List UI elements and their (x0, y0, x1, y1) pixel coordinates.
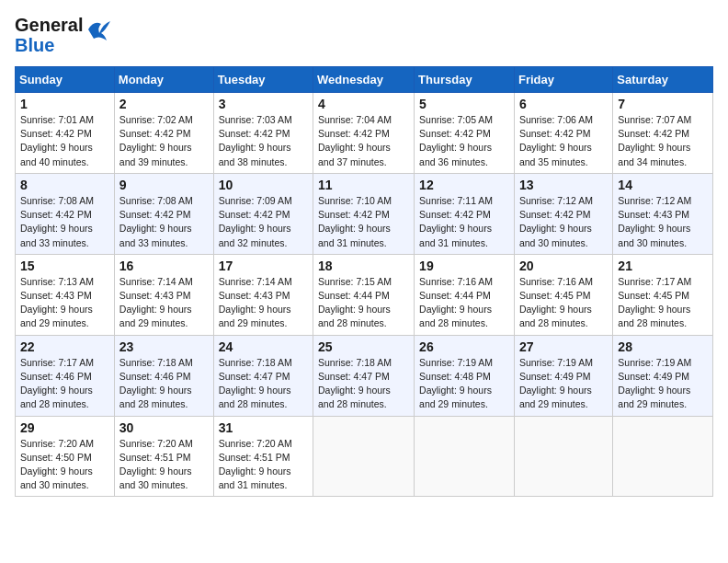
day-number: 30 (119, 420, 209, 435)
calendar-day-cell: 1 Sunrise: 7:01 AM Sunset: 4:42 PM Dayli… (16, 93, 115, 174)
day-info: Sunrise: 7:04 AM Sunset: 4:42 PM Dayligh… (318, 113, 409, 169)
day-number: 6 (519, 97, 608, 111)
calendar-day-cell (313, 416, 415, 497)
calendar-day-cell: 22 Sunrise: 7:17 AM Sunset: 4:46 PM Dayl… (16, 335, 115, 416)
calendar-day-cell: 4 Sunrise: 7:04 AM Sunset: 4:42 PM Dayli… (313, 93, 415, 174)
day-info: Sunrise: 7:02 AM Sunset: 4:42 PM Dayligh… (119, 113, 209, 169)
day-info: Sunrise: 7:12 AM Sunset: 4:43 PM Dayligh… (618, 194, 708, 250)
day-number: 1 (20, 97, 109, 111)
calendar-day-cell (514, 416, 612, 497)
day-info: Sunrise: 7:18 AM Sunset: 4:47 PM Dayligh… (219, 356, 308, 412)
day-info: Sunrise: 7:08 AM Sunset: 4:42 PM Dayligh… (119, 194, 209, 250)
calendar-day-cell: 11 Sunrise: 7:10 AM Sunset: 4:42 PM Dayl… (313, 173, 415, 254)
logo: General Blue (15, 15, 110, 55)
day-info: Sunrise: 7:19 AM Sunset: 4:49 PM Dayligh… (618, 356, 708, 412)
day-number: 7 (618, 97, 708, 111)
day-info: Sunrise: 7:17 AM Sunset: 4:46 PM Dayligh… (20, 356, 109, 412)
calendar-day-cell: 24 Sunrise: 7:18 AM Sunset: 4:47 PM Dayl… (213, 335, 313, 416)
day-info: Sunrise: 7:05 AM Sunset: 4:42 PM Dayligh… (419, 113, 509, 169)
calendar-header-row: SundayMondayTuesdayWednesdayThursdayFrid… (16, 67, 713, 93)
calendar-header-sunday: Sunday (16, 67, 115, 93)
day-number: 17 (219, 259, 308, 273)
day-info: Sunrise: 7:20 AM Sunset: 4:50 PM Dayligh… (20, 437, 109, 493)
day-info: Sunrise: 7:10 AM Sunset: 4:42 PM Dayligh… (318, 194, 409, 250)
calendar-week-row: 1 Sunrise: 7:01 AM Sunset: 4:42 PM Dayli… (16, 93, 713, 174)
day-info: Sunrise: 7:08 AM Sunset: 4:42 PM Dayligh… (20, 194, 109, 250)
day-info: Sunrise: 7:20 AM Sunset: 4:51 PM Dayligh… (219, 437, 308, 493)
day-number: 12 (419, 178, 509, 192)
calendar-day-cell: 15 Sunrise: 7:13 AM Sunset: 4:43 PM Dayl… (16, 254, 115, 335)
day-number: 22 (20, 339, 109, 354)
day-number: 13 (519, 178, 608, 192)
day-info: Sunrise: 7:13 AM Sunset: 4:43 PM Dayligh… (20, 275, 109, 331)
calendar-week-row: 15 Sunrise: 7:13 AM Sunset: 4:43 PM Dayl… (16, 254, 713, 335)
day-number: 8 (20, 178, 109, 192)
day-info: Sunrise: 7:12 AM Sunset: 4:42 PM Dayligh… (519, 194, 608, 250)
day-info: Sunrise: 7:17 AM Sunset: 4:45 PM Dayligh… (618, 275, 708, 331)
logo-blue: Blue (15, 35, 83, 55)
calendar-day-cell: 25 Sunrise: 7:18 AM Sunset: 4:47 PM Dayl… (313, 335, 415, 416)
calendar-header-tuesday: Tuesday (213, 67, 313, 93)
calendar-day-cell: 21 Sunrise: 7:17 AM Sunset: 4:45 PM Dayl… (613, 254, 713, 335)
day-number: 10 (219, 178, 308, 192)
calendar-day-cell: 2 Sunrise: 7:02 AM Sunset: 4:42 PM Dayli… (114, 93, 213, 174)
day-info: Sunrise: 7:16 AM Sunset: 4:44 PM Dayligh… (419, 275, 509, 331)
calendar-header-wednesday: Wednesday (313, 67, 415, 93)
calendar-day-cell: 5 Sunrise: 7:05 AM Sunset: 4:42 PM Dayli… (415, 93, 515, 174)
day-number: 19 (419, 259, 509, 273)
day-number: 23 (119, 339, 209, 354)
calendar-day-cell: 8 Sunrise: 7:08 AM Sunset: 4:42 PM Dayli… (16, 173, 115, 254)
day-info: Sunrise: 7:06 AM Sunset: 4:42 PM Dayligh… (519, 113, 608, 169)
calendar-header-thursday: Thursday (415, 67, 515, 93)
calendar-day-cell: 30 Sunrise: 7:20 AM Sunset: 4:51 PM Dayl… (114, 416, 213, 497)
day-info: Sunrise: 7:14 AM Sunset: 4:43 PM Dayligh… (219, 275, 308, 331)
day-info: Sunrise: 7:07 AM Sunset: 4:42 PM Dayligh… (618, 113, 708, 169)
day-number: 4 (318, 97, 409, 111)
logo-general: General (15, 15, 83, 35)
calendar-day-cell: 31 Sunrise: 7:20 AM Sunset: 4:51 PM Dayl… (213, 416, 313, 497)
calendar-week-row: 22 Sunrise: 7:17 AM Sunset: 4:46 PM Dayl… (16, 335, 713, 416)
calendar-header-saturday: Saturday (613, 67, 713, 93)
day-info: Sunrise: 7:18 AM Sunset: 4:47 PM Dayligh… (318, 356, 409, 412)
page-header: General Blue (15, 15, 713, 55)
day-info: Sunrise: 7:14 AM Sunset: 4:43 PM Dayligh… (119, 275, 209, 331)
calendar-day-cell: 29 Sunrise: 7:20 AM Sunset: 4:50 PM Dayl… (16, 416, 115, 497)
calendar-table: SundayMondayTuesdayWednesdayThursdayFrid… (15, 66, 713, 497)
day-number: 11 (318, 178, 409, 192)
calendar-day-cell: 14 Sunrise: 7:12 AM Sunset: 4:43 PM Dayl… (613, 173, 713, 254)
calendar-day-cell: 16 Sunrise: 7:14 AM Sunset: 4:43 PM Dayl… (114, 254, 213, 335)
calendar-day-cell: 13 Sunrise: 7:12 AM Sunset: 4:42 PM Dayl… (514, 173, 612, 254)
day-number: 2 (119, 97, 209, 111)
day-info: Sunrise: 7:19 AM Sunset: 4:49 PM Dayligh… (519, 356, 608, 412)
day-number: 14 (618, 178, 708, 192)
calendar-week-row: 8 Sunrise: 7:08 AM Sunset: 4:42 PM Dayli… (16, 173, 713, 254)
calendar-day-cell: 27 Sunrise: 7:19 AM Sunset: 4:49 PM Dayl… (514, 335, 612, 416)
calendar-day-cell: 18 Sunrise: 7:15 AM Sunset: 4:44 PM Dayl… (313, 254, 415, 335)
day-number: 31 (219, 420, 308, 435)
day-number: 5 (419, 97, 509, 111)
day-number: 3 (219, 97, 308, 111)
day-number: 21 (618, 259, 708, 273)
day-number: 16 (119, 259, 209, 273)
day-info: Sunrise: 7:03 AM Sunset: 4:42 PM Dayligh… (219, 113, 308, 169)
logo-bird-icon (85, 20, 110, 50)
calendar-day-cell: 20 Sunrise: 7:16 AM Sunset: 4:45 PM Dayl… (514, 254, 612, 335)
day-number: 29 (20, 420, 109, 435)
day-info: Sunrise: 7:16 AM Sunset: 4:45 PM Dayligh… (519, 275, 608, 331)
day-info: Sunrise: 7:18 AM Sunset: 4:46 PM Dayligh… (119, 356, 209, 412)
day-number: 27 (519, 339, 608, 354)
day-info: Sunrise: 7:11 AM Sunset: 4:42 PM Dayligh… (419, 194, 509, 250)
day-number: 18 (318, 259, 409, 273)
calendar-day-cell (415, 416, 515, 497)
calendar-day-cell: 28 Sunrise: 7:19 AM Sunset: 4:49 PM Dayl… (613, 335, 713, 416)
calendar-day-cell: 26 Sunrise: 7:19 AM Sunset: 4:48 PM Dayl… (415, 335, 515, 416)
calendar-day-cell: 3 Sunrise: 7:03 AM Sunset: 4:42 PM Dayli… (213, 93, 313, 174)
calendar-header-monday: Monday (114, 67, 213, 93)
day-info: Sunrise: 7:15 AM Sunset: 4:44 PM Dayligh… (318, 275, 409, 331)
day-number: 20 (519, 259, 608, 273)
day-number: 28 (618, 339, 708, 354)
day-info: Sunrise: 7:09 AM Sunset: 4:42 PM Dayligh… (219, 194, 308, 250)
calendar-day-cell: 12 Sunrise: 7:11 AM Sunset: 4:42 PM Dayl… (415, 173, 515, 254)
calendar-day-cell: 7 Sunrise: 7:07 AM Sunset: 4:42 PM Dayli… (613, 93, 713, 174)
day-info: Sunrise: 7:19 AM Sunset: 4:48 PM Dayligh… (419, 356, 509, 412)
